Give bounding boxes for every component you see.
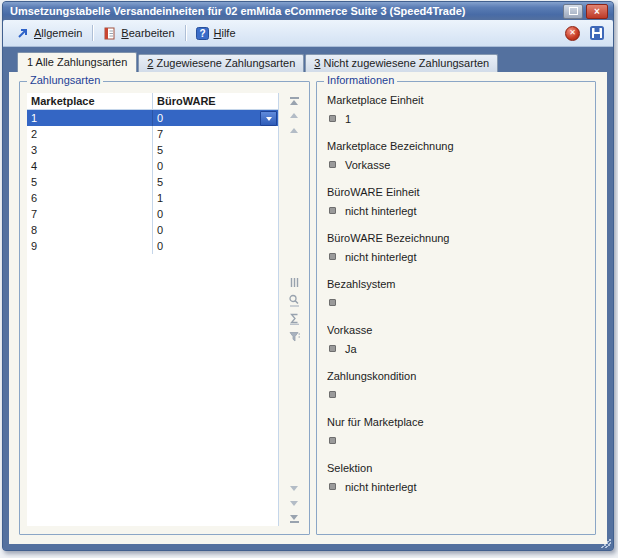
last-record-button[interactable] bbox=[285, 511, 303, 526]
table-row[interactable]: 1 0 bbox=[27, 110, 278, 126]
title-bar: Umsetzungstabelle Versandeinheiten für 0… bbox=[3, 2, 613, 20]
info-item: BüroWARE Bezeichnung nicht hinterlegt bbox=[327, 232, 587, 263]
arrow-down-icon bbox=[290, 515, 298, 520]
info-item: BüroWARE Einheit nicht hinterlegt bbox=[327, 186, 587, 217]
column-header-buroware[interactable]: BüroWARE bbox=[153, 93, 278, 109]
info-label: Bezahlsystem bbox=[327, 278, 587, 290]
bullet-icon bbox=[329, 345, 336, 352]
cell-marketplace: 4 bbox=[27, 158, 153, 174]
cell-marketplace: 3 bbox=[27, 142, 153, 158]
bearbeiten-button[interactable]: Bearbeiten bbox=[97, 24, 180, 43]
next-record-button[interactable] bbox=[285, 481, 303, 496]
app-window: Umsetzungstabelle Versandeinheiten für 0… bbox=[2, 1, 614, 551]
cell-buroware: 7 bbox=[153, 126, 278, 142]
table-row[interactable]: 7 0 bbox=[27, 206, 278, 222]
search-icon bbox=[288, 294, 301, 307]
close-button[interactable]: × bbox=[586, 4, 608, 19]
cell-buroware: 1 bbox=[153, 190, 278, 206]
info-item: Marketplace Bezeichnung Vorkasse bbox=[327, 140, 587, 171]
bullet-icon bbox=[329, 391, 336, 398]
allgemein-label: Allgemein bbox=[34, 27, 82, 39]
bullet-icon bbox=[329, 299, 336, 306]
arrow-down-icon bbox=[290, 501, 298, 506]
table-row[interactable]: 5 5 bbox=[27, 174, 278, 190]
sum-icon bbox=[288, 312, 301, 325]
cell-buroware: 0 bbox=[153, 238, 278, 254]
tab-nicht-zugewiesene-zahlungsarten[interactable]: 3 Nicht zugewiesene Zahlungsarten bbox=[305, 54, 498, 72]
dropdown-button[interactable] bbox=[260, 111, 277, 126]
info-panel: Marketplace Einheit 1 Marketplace Bezeic… bbox=[327, 94, 587, 528]
bullet-icon bbox=[329, 207, 336, 214]
table-row[interactable]: 6 1 bbox=[27, 190, 278, 206]
payment-table: Marketplace BüroWARE 1 0 2 7 3 5 bbox=[27, 93, 279, 526]
cell-marketplace: 8 bbox=[27, 222, 153, 238]
table-row[interactable]: 9 0 bbox=[27, 238, 278, 254]
svg-text:?: ? bbox=[199, 28, 205, 39]
info-item: Marketplace Einheit 1 bbox=[327, 94, 587, 125]
cell-marketplace: 6 bbox=[27, 190, 153, 206]
info-value: 1 bbox=[345, 113, 351, 125]
hilfe-button[interactable]: ? Hilfe bbox=[190, 24, 242, 43]
prev-record-button[interactable] bbox=[285, 123, 303, 138]
cell-buroware: 5 bbox=[153, 142, 278, 158]
group-zahlungsarten: Zahlungsarten Marketplace BüroWARE 1 0 2… bbox=[19, 81, 310, 535]
cell-marketplace: 5 bbox=[27, 174, 153, 190]
filter-icon bbox=[288, 330, 301, 343]
save-icon[interactable] bbox=[590, 26, 604, 40]
bullet-icon bbox=[329, 437, 336, 444]
bullet-icon bbox=[329, 115, 336, 122]
first-record-button[interactable] bbox=[285, 93, 303, 108]
info-label: Selektion bbox=[327, 462, 587, 474]
filter-button[interactable] bbox=[285, 329, 303, 344]
tab-strip: 1 Alle Zahlungsarten 2 Zugewiesene Zahlu… bbox=[17, 54, 499, 72]
info-label: Nur für Marketplace bbox=[327, 416, 587, 428]
info-label: Marketplace Bezeichnung bbox=[327, 140, 587, 152]
info-item: Zahlungskondition bbox=[327, 370, 587, 401]
group-informationen-title: Informationen bbox=[324, 74, 397, 86]
bearbeiten-label: Bearbeiten bbox=[121, 27, 174, 39]
search-button[interactable] bbox=[285, 293, 303, 308]
tab-zugewiesene-zahlungsarten[interactable]: 2 Zugewiesene Zahlungsarten bbox=[138, 54, 304, 72]
summary-button[interactable] bbox=[285, 311, 303, 326]
table-row[interactable]: 8 0 bbox=[27, 222, 278, 238]
table-row[interactable]: 4 0 bbox=[27, 158, 278, 174]
info-label: BüroWARE Einheit bbox=[327, 186, 587, 198]
cell-buroware: 0 bbox=[153, 206, 278, 222]
grid-tool-strip bbox=[282, 93, 306, 526]
bullet-icon bbox=[329, 161, 336, 168]
edit-notebook-icon bbox=[103, 27, 116, 40]
info-item: Selektion nicht hinterlegt bbox=[327, 462, 587, 493]
arrow-down-icon bbox=[290, 486, 298, 491]
table-row[interactable]: 3 5 bbox=[27, 142, 278, 158]
move-up-button[interactable] bbox=[285, 108, 303, 123]
cell-marketplace: 2 bbox=[27, 126, 153, 142]
tab-alle-zahlungsarten[interactable]: 1 Alle Zahlungsarten bbox=[17, 52, 137, 72]
info-value: nicht hinterlegt bbox=[345, 251, 417, 263]
info-label: BüroWARE Bezeichnung bbox=[327, 232, 587, 244]
cell-buroware: 0 bbox=[153, 158, 278, 174]
cell-marketplace: 7 bbox=[27, 206, 153, 222]
column-header-marketplace[interactable]: Marketplace bbox=[27, 93, 153, 109]
info-value: nicht hinterlegt bbox=[345, 205, 417, 217]
info-value: Ja bbox=[345, 343, 357, 355]
arrow-up-right-icon bbox=[16, 27, 29, 40]
column-chooser-button[interactable] bbox=[285, 275, 303, 290]
cell-buroware: 5 bbox=[153, 174, 278, 190]
restore-button[interactable] bbox=[563, 4, 583, 19]
help-question-icon: ? bbox=[196, 27, 209, 40]
info-label: Zahlungskondition bbox=[327, 370, 587, 382]
arrow-up-icon bbox=[290, 128, 298, 133]
allgemein-button[interactable]: Allgemein bbox=[10, 24, 88, 43]
info-item: Bezahlsystem bbox=[327, 278, 587, 309]
cancel-icon[interactable]: ✕ bbox=[565, 26, 580, 41]
toolbar: Allgemein Bearbeiten ? Hilfe ✕ bbox=[3, 20, 613, 47]
move-down-button[interactable] bbox=[285, 496, 303, 511]
info-label: Vorkasse bbox=[327, 324, 587, 336]
cell-marketplace: 9 bbox=[27, 238, 153, 254]
columns-icon bbox=[288, 276, 301, 289]
table-row[interactable]: 2 7 bbox=[27, 126, 278, 142]
tab-page: Zahlungsarten Marketplace BüroWARE 1 0 2… bbox=[9, 72, 607, 544]
cell-buroware: 0 bbox=[153, 222, 278, 238]
table-header-row: Marketplace BüroWARE bbox=[27, 93, 278, 110]
arrow-up-icon bbox=[290, 113, 298, 118]
